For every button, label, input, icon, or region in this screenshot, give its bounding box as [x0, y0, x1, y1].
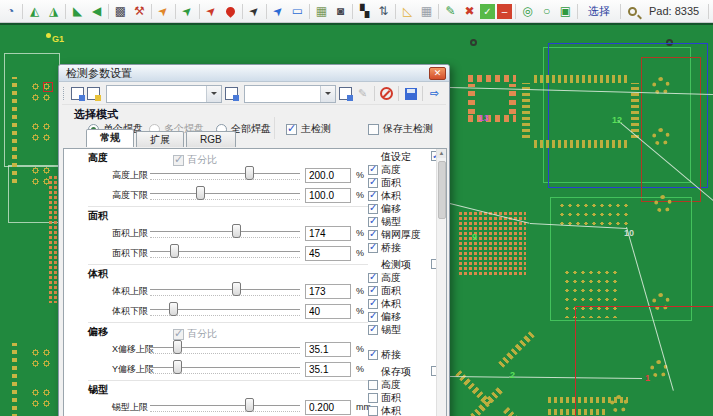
stop-icon[interactable]: ▣	[557, 3, 574, 20]
slider-thumb[interactable]	[169, 302, 178, 316]
param-value-input[interactable]	[305, 188, 351, 203]
check-item[interactable]: 体积	[368, 297, 442, 310]
edit-icon[interactable]: ✎	[355, 86, 370, 101]
slider-thumb[interactable]	[170, 244, 179, 258]
remove-icon[interactable]: –	[497, 4, 512, 19]
apply-preset-1-icon[interactable]	[225, 87, 238, 100]
magnifier-icon[interactable]	[624, 3, 641, 20]
param-value-input[interactable]	[305, 168, 351, 183]
tiles-icon[interactable]: ▚	[356, 3, 373, 20]
param-value-input[interactable]	[305, 284, 351, 299]
apply-preset-2-icon[interactable]	[339, 87, 352, 100]
zoom-sel-icon[interactable]: ◮	[45, 3, 62, 20]
slider-thumb[interactable]	[173, 360, 182, 374]
check-save-main-detect[interactable]: 保存主检测	[368, 122, 433, 136]
check-main-detect[interactable]: 主检测	[286, 122, 331, 136]
save-icon[interactable]	[403, 86, 418, 101]
close-button[interactable]: ✕	[429, 67, 446, 80]
toolbar-separator	[22, 4, 23, 19]
slider-thumb[interactable]	[245, 398, 254, 412]
tab-rgb[interactable]: RGB	[186, 131, 236, 147]
check-item[interactable]: 桥接	[368, 348, 442, 361]
scroll-up-arrow[interactable]: ▲	[437, 149, 446, 158]
param-value-input[interactable]	[305, 362, 351, 377]
pcb-error-outline	[641, 57, 701, 202]
pin-orange-icon[interactable]: ➤	[151, 0, 175, 23]
tools-icon[interactable]: ⚒	[131, 3, 148, 20]
slider-thumb[interactable]	[245, 166, 254, 180]
grid-icon[interactable]: ▦	[418, 3, 435, 20]
map-marker-icon[interactable]	[222, 3, 239, 20]
check-item[interactable]: 面积	[368, 176, 442, 189]
pin-black-icon[interactable]: ➤	[242, 0, 266, 23]
vertical-scrollbar[interactable]: ▲ ▼	[436, 149, 446, 416]
delete-icon[interactable]: ✖	[461, 3, 478, 20]
check-item[interactable]: 高度	[368, 271, 442, 284]
exit-icon[interactable]: ⇨	[427, 86, 442, 101]
param-unit: %	[356, 306, 364, 316]
announce-icon[interactable]: ◀	[88, 3, 105, 20]
preset-select-2[interactable]	[244, 85, 336, 103]
check-item[interactable]: 钢网厚度	[368, 228, 442, 241]
select-mode-button[interactable]: 选择	[581, 4, 617, 19]
table-icon[interactable]: ▦	[313, 3, 330, 20]
param-slider[interactable]	[150, 186, 300, 204]
param-slider[interactable]	[150, 166, 300, 184]
cancel-icon[interactable]	[379, 86, 394, 101]
rect-select-icon[interactable]: ▭	[289, 3, 306, 20]
check-item[interactable]: 偏移	[368, 310, 442, 323]
check-item[interactable]: 锡型	[368, 323, 442, 336]
slider-thumb[interactable]	[196, 186, 205, 200]
check-item[interactable]: 偏移	[368, 202, 442, 215]
slider-thumb[interactable]	[173, 340, 182, 354]
app-window: ◔◭◮◣◀▩⚒➤➤➤➤➤▭▦◙▚⇅◺▦✎✖✓–◎○▣ 选择 Pad: 8335 …	[0, 0, 713, 416]
param-slider[interactable]	[150, 302, 300, 320]
check-item[interactable]: 高度	[368, 163, 442, 176]
sort-az-icon[interactable]: ⇅	[375, 3, 392, 20]
camera-icon[interactable]: ◙	[332, 3, 349, 20]
param-value-input[interactable]	[305, 400, 351, 415]
prism-icon[interactable]: ◣	[69, 3, 86, 20]
check-item[interactable]: 体积	[368, 404, 442, 416]
check-item[interactable]: 高度	[368, 378, 442, 391]
pcb-qfp-pads	[534, 75, 630, 83]
check-item[interactable]: 体积	[368, 189, 442, 202]
param-slider[interactable]	[150, 398, 300, 416]
check-item[interactable]: 面积	[368, 284, 442, 297]
confirm-icon[interactable]: ✓	[480, 4, 495, 19]
arc-icon[interactable]: ◔	[2, 3, 19, 20]
param-slider[interactable]	[150, 360, 300, 378]
scroll-thumb[interactable]	[438, 161, 446, 219]
check-item[interactable]: 锡型	[368, 215, 442, 228]
pin-blue-icon[interactable]: ➤	[266, 0, 290, 23]
target-icon[interactable]: ◎	[519, 3, 536, 20]
image-icon[interactable]: ▩	[112, 3, 129, 20]
zoom-fit-icon[interactable]: ◭	[26, 3, 43, 20]
check-item[interactable]: 面积	[368, 391, 442, 404]
param-value-input[interactable]	[305, 226, 351, 241]
pin-green-icon[interactable]: ➤	[175, 0, 199, 23]
param-slider[interactable]	[150, 340, 300, 358]
param-value-input[interactable]	[305, 342, 351, 357]
pcb-pad-grid	[563, 268, 621, 318]
slider-thumb[interactable]	[232, 282, 241, 296]
param-slider[interactable]	[150, 224, 300, 242]
ruler-icon[interactable]: ◺	[399, 3, 416, 20]
circle-icon[interactable]: ○	[538, 3, 555, 20]
dialog-titlebar[interactable]: 检测参数设置 ✕	[59, 65, 449, 82]
param-value-input[interactable]	[305, 246, 351, 261]
param-slider[interactable]	[150, 244, 300, 262]
tab-general[interactable]: 常规	[86, 129, 134, 147]
preset-select-1[interactable]	[106, 85, 222, 103]
check-item[interactable]: 桥接	[368, 241, 442, 254]
tab-extended[interactable]: 扩展	[136, 131, 184, 147]
load-params-icon[interactable]	[71, 87, 84, 100]
save-params-icon[interactable]	[87, 87, 100, 100]
pin-red-icon[interactable]: ➤	[199, 0, 223, 23]
draw-check-icon[interactable]: ✎	[442, 3, 459, 20]
param-value-input[interactable]	[305, 304, 351, 319]
check-group-0: 值设定高度面积体积偏移锡型钢网厚度桥接	[368, 150, 442, 254]
param-slider[interactable]	[150, 282, 300, 300]
param-label: X偏移上限	[112, 343, 150, 356]
slider-thumb[interactable]	[232, 224, 241, 238]
